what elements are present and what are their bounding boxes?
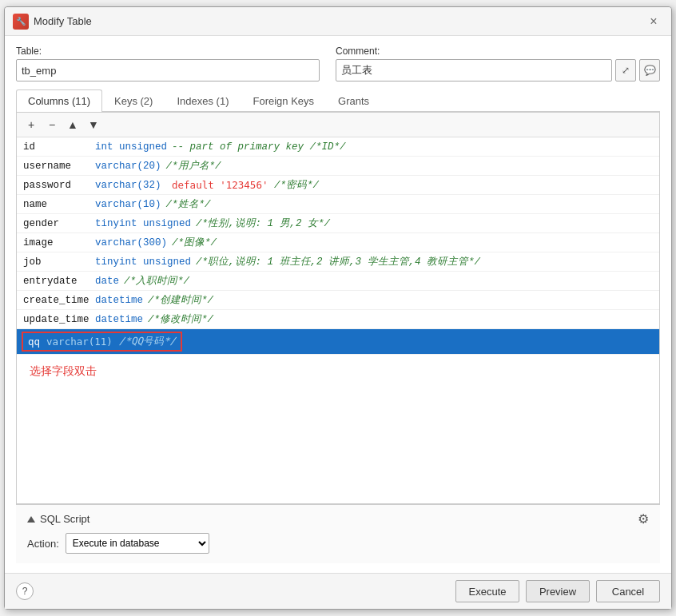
selected-col-type: varchar(11) <box>46 336 113 348</box>
comment-label: Comment: <box>336 46 660 57</box>
comment-input[interactable] <box>336 59 612 81</box>
sql-header: SQL Script ⚙ <box>27 511 649 527</box>
table-name-input[interactable] <box>16 59 320 81</box>
action-label: Action: <box>27 538 59 550</box>
columns-section: + − ▲ ▼ id int unsigned -- part of prima… <box>16 112 660 504</box>
footer-left: ? <box>16 582 34 600</box>
table-row[interactable]: entrydate date /*入职时间*/ <box>17 272 659 291</box>
action-row: Action: Execute in database Preview only <box>27 533 649 554</box>
close-button[interactable]: × <box>644 12 663 31</box>
dialog-body: Table: Comment: ⤢ 💬 Columns (11) Keys (2… <box>5 36 671 573</box>
dialog-title: Modify Table <box>34 15 92 27</box>
table-row[interactable]: name varchar(10) /*姓名*/ <box>17 195 659 214</box>
columns-table: id int unsigned -- part of primary key /… <box>17 137 659 503</box>
tabs: Columns (11) Keys (2) Indexes (1) Foreig… <box>16 89 660 112</box>
comment-row: ⤢ 💬 <box>336 59 660 81</box>
modify-table-dialog: 🔧 Modify Table × Table: Comment: ⤢ 💬 Co <box>4 6 672 610</box>
help-button[interactable]: ? <box>16 582 34 600</box>
move-down-button[interactable]: ▼ <box>84 116 103 133</box>
form-row: Table: Comment: ⤢ 💬 <box>16 46 660 81</box>
tab-foreign-keys[interactable]: Foreign Keys <box>241 89 326 112</box>
footer-right: Execute Preview Cancel <box>455 580 660 602</box>
dialog-footer: ? Execute Preview Cancel <box>5 573 671 609</box>
sql-title: SQL Script <box>27 513 89 525</box>
remove-column-button[interactable]: − <box>42 116 62 133</box>
tab-indexes[interactable]: Indexes (1) <box>165 89 241 112</box>
columns-toolbar: + − ▲ ▼ <box>17 113 659 137</box>
add-column-button[interactable]: + <box>22 116 41 133</box>
table-row[interactable]: qq varchar(11) /*QQ号码*/ <box>17 329 659 355</box>
table-row[interactable]: gender tinyint unsigned /*性别,说明: 1 男,2 女… <box>17 214 659 233</box>
table-row[interactable]: job tinyint unsigned /*职位,说明: 1 班主任,2 讲师… <box>17 252 659 272</box>
tab-keys[interactable]: Keys (2) <box>102 89 165 112</box>
table-row[interactable]: create_time datetime /*创建时间*/ <box>17 291 659 310</box>
table-row[interactable]: update_time datetime /*修改时间*/ <box>17 310 659 329</box>
selected-col-comment: /*QQ号码*/ <box>119 335 176 348</box>
app-icon: 🔧 <box>13 14 29 30</box>
comment-group: Comment: ⤢ 💬 <box>336 46 660 81</box>
table-name-group: Table: <box>16 46 320 81</box>
table-row[interactable]: password varchar(32) default '123456' /*… <box>17 176 659 195</box>
table-label: Table: <box>16 46 320 57</box>
preview-button[interactable]: Preview <box>526 580 590 602</box>
table-row[interactable]: image varchar(300) /*图像*/ <box>17 233 659 252</box>
collapse-sql-button[interactable] <box>27 516 35 523</box>
expand-comment-button[interactable]: ⤢ <box>615 59 636 81</box>
tab-columns[interactable]: Columns (11) <box>16 89 102 112</box>
cancel-button[interactable]: Cancel <box>596 580 660 602</box>
sql-settings-button[interactable]: ⚙ <box>638 511 649 527</box>
execute-button[interactable]: Execute <box>455 580 519 602</box>
move-up-button[interactable]: ▲ <box>63 116 82 133</box>
title-bar: 🔧 Modify Table × <box>5 7 671 36</box>
comment-icon-button[interactable]: 💬 <box>639 59 660 81</box>
sql-section-label: SQL Script <box>40 513 89 525</box>
selected-col-name: qq <box>28 336 40 348</box>
tab-grants[interactable]: Grants <box>326 89 381 112</box>
title-bar-left: 🔧 Modify Table <box>13 14 92 30</box>
sql-section: SQL Script ⚙ Action: Execute in database… <box>16 504 660 563</box>
action-select[interactable]: Execute in database Preview only <box>66 533 209 554</box>
table-row[interactable]: username varchar(20) /*用户名*/ <box>17 157 659 176</box>
annotation-text: 选择字段双击 <box>17 358 659 385</box>
table-row[interactable]: id int unsigned -- part of primary key /… <box>17 137 659 157</box>
